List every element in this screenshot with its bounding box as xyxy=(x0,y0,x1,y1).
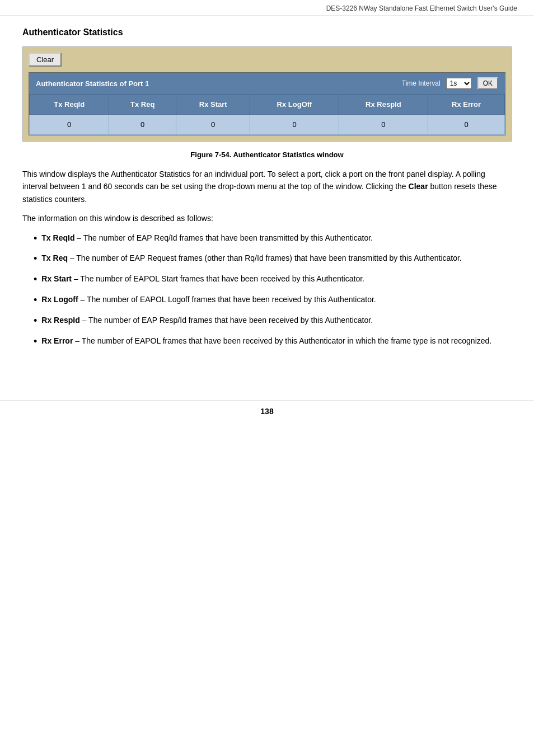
col-rx-start: Rx Start xyxy=(176,95,250,115)
col-tx-req: Tx Req xyxy=(109,95,176,115)
col-rx-error: Rx Error xyxy=(428,95,505,115)
stats-table: Tx ReqId Tx Req Rx Start Rx LogOff Rx Re… xyxy=(29,94,505,135)
stats-panel: Authenticator Statistics of Port 1 Time … xyxy=(29,72,505,135)
cell-rx-respid: 0 xyxy=(339,115,428,135)
page-number: 138 xyxy=(260,407,273,416)
list-item: Tx Req – The number of EAP Request frame… xyxy=(34,252,512,267)
page-footer: 138 xyxy=(0,401,534,416)
time-interval-label: Time Interval xyxy=(402,79,441,87)
figure-caption: Figure 7-54. Authenticator Statistics wi… xyxy=(22,151,512,159)
list-item: Rx RespId – The number of EAP Resp/Id fr… xyxy=(34,314,512,329)
bullet-list: Tx ReqId – The number of EAP Req/Id fram… xyxy=(34,232,512,350)
ok-button[interactable]: OK xyxy=(477,77,498,90)
list-item: Rx Start – The number of EAPOL Start fra… xyxy=(34,273,512,288)
description-para-1: This window displays the Authenticator S… xyxy=(22,168,512,205)
list-item: Rx Logoff – The number of EAPOL Logoff f… xyxy=(34,293,512,308)
page-header: DES-3226 NWay Standalone Fast Ethernet S… xyxy=(0,0,534,16)
cell-rx-logoff: 0 xyxy=(250,115,339,135)
table-row: 0 0 0 0 0 0 xyxy=(30,115,505,135)
widget-box: Clear Authenticator Statistics of Port 1… xyxy=(22,46,512,142)
header-title: DES-3226 NWay Standalone Fast Ethernet S… xyxy=(326,4,517,12)
list-item: Rx Error – The number of EAPOL frames th… xyxy=(34,335,512,350)
col-rx-respid: Rx RespId xyxy=(339,95,428,115)
cell-rx-error: 0 xyxy=(428,115,505,135)
cell-tx-req: 0 xyxy=(109,115,176,135)
stats-panel-header: Authenticator Statistics of Port 1 Time … xyxy=(29,73,505,94)
cell-tx-reqid: 0 xyxy=(30,115,109,135)
time-interval-select[interactable]: 1s 5s 10s 30s 60s xyxy=(446,78,472,89)
section-title: Authenticator Statistics xyxy=(22,27,512,37)
stats-panel-title: Authenticator Statistics of Port 1 xyxy=(36,79,396,88)
description-para-2: The information on this window is descri… xyxy=(22,212,512,224)
list-item: Tx ReqId – The number of EAP Req/Id fram… xyxy=(34,232,512,247)
col-rx-logoff: Rx LogOff xyxy=(250,95,339,115)
main-content: Authenticator Statistics Clear Authentic… xyxy=(0,16,534,378)
table-header-row: Tx ReqId Tx Req Rx Start Rx LogOff Rx Re… xyxy=(30,95,505,115)
cell-rx-start: 0 xyxy=(176,115,250,135)
clear-button[interactable]: Clear xyxy=(29,53,62,67)
col-tx-reqid: Tx ReqId xyxy=(30,95,109,115)
